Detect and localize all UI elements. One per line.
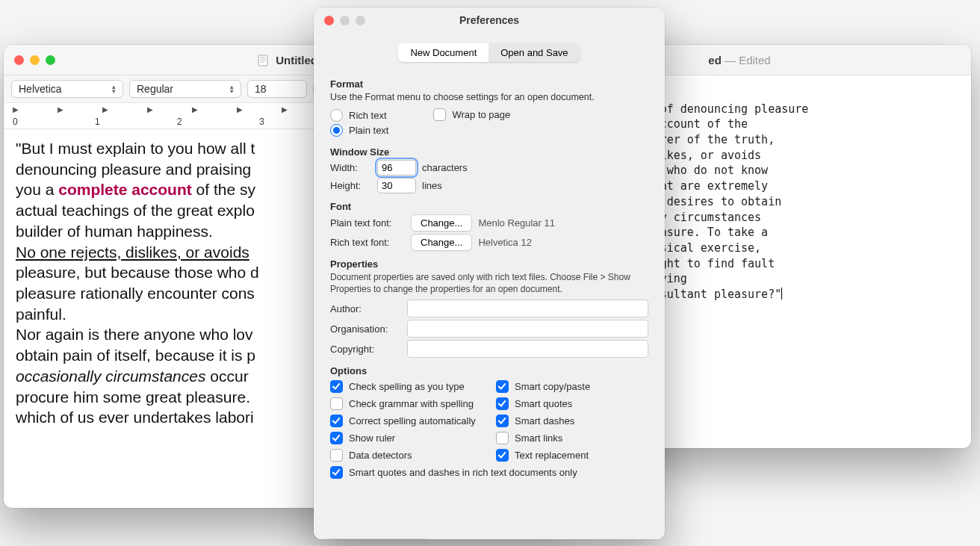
copyright-input[interactable] [407, 340, 648, 358]
height-label: Height: [330, 180, 371, 191]
radio-label: Plain text [349, 125, 388, 136]
checkbox-icon[interactable] [330, 380, 343, 393]
titlebar-preferences[interactable]: Preferences [314, 7, 665, 33]
checkbox-icon[interactable] [496, 397, 509, 410]
checkbox-smart-quotes[interactable]: Smart quotes [496, 397, 648, 410]
rich-font-value: Helvetica 12 [478, 237, 532, 248]
window-title-text: Untitled [276, 54, 317, 66]
checkbox-icon[interactable] [330, 432, 343, 444]
author-input[interactable] [407, 300, 648, 317]
copyright-label: Copyright: [330, 344, 401, 355]
tab-stop-icon[interactable]: ▶ [58, 105, 63, 114]
section-head-properties: Properties [330, 258, 648, 270]
window-title-text-suffix: ed [708, 54, 722, 66]
section-head-font: Font [330, 201, 648, 212]
change-rich-font-button[interactable]: Change... [411, 234, 472, 251]
width-unit: characters [422, 162, 468, 173]
radio-row-plain-text[interactable]: Plain text [330, 124, 388, 137]
tab-stop-icon[interactable]: ▶ [13, 105, 19, 114]
chevron-updown-icon: ▴▾ [112, 84, 116, 93]
tab-new-document[interactable]: New Document [398, 43, 489, 62]
checkbox-icon[interactable] [496, 380, 509, 393]
height-input[interactable] [377, 178, 416, 193]
ruler-label: 1 [95, 117, 100, 127]
text-cursor [781, 288, 782, 300]
section-head-window-size: Window Size [330, 146, 648, 158]
underlined-text: No one rejects, dislikes, or avoids [16, 243, 249, 261]
checkbox-smart-dashes[interactable]: Smart dashes [496, 415, 648, 427]
highlighted-text: complete account [58, 181, 192, 198]
change-plain-font-button[interactable]: Change... [411, 214, 472, 232]
restore-defaults-button[interactable]: Restore All Defaults [324, 539, 429, 539]
checkbox-icon[interactable] [330, 397, 343, 410]
italic-text: occasionally circumstances [16, 367, 205, 385]
radio-label: Rich text [349, 110, 387, 121]
options-grid: Check spelling as you type Smart copy/pa… [330, 379, 648, 480]
properties-description: Document properties are saved only with … [330, 272, 648, 295]
radio-icon[interactable] [330, 109, 343, 122]
checkbox-icon[interactable] [330, 449, 343, 462]
checkbox-icon[interactable] [496, 415, 509, 427]
preferences-footer: Restore All Defaults [314, 531, 665, 539]
checkbox-icon[interactable] [496, 432, 509, 444]
font-style-value: Regular [137, 83, 173, 95]
chevron-updown-icon: ▴▾ [230, 84, 234, 93]
checkbox-smart-copy-paste[interactable]: Smart copy/paste [496, 380, 648, 393]
checkbox-smart-links[interactable]: Smart links [496, 432, 648, 444]
checkbox-icon[interactable] [433, 108, 446, 121]
ruler-label: 2 [177, 117, 182, 127]
checkbox-smart-quotes-rich-only[interactable]: Smart quotes and dashes in rich text doc… [330, 466, 648, 479]
organisation-label: Organisation: [330, 323, 401, 335]
checkbox-icon[interactable] [496, 449, 509, 462]
width-label: Width: [330, 162, 371, 173]
edited-indicator: Edited [739, 54, 771, 66]
tab-stop-icon[interactable]: ▶ [192, 105, 198, 114]
checkbox-label: Wrap to page [452, 109, 510, 120]
format-description: Use the Format menu to choose settings f… [330, 92, 648, 102]
document-icon [258, 55, 268, 66]
height-unit: lines [422, 180, 442, 191]
ruler-label: 3 [259, 117, 264, 127]
preferences-title: Preferences [314, 14, 665, 26]
checkbox-text-replacement[interactable]: Text replacement [496, 449, 648, 462]
checkbox-check-grammar[interactable]: Check grammar with spelling [330, 397, 483, 410]
width-input[interactable] [377, 160, 416, 176]
checkbox-wrap-to-page[interactable]: Wrap to page [433, 108, 510, 121]
plain-font-label: Plain text font: [330, 217, 405, 229]
radio-icon[interactable] [330, 124, 343, 137]
section-head-options: Options [330, 365, 648, 376]
tab-segment: New Document Open and Save [314, 33, 665, 66]
checkbox-show-ruler[interactable]: Show ruler [330, 432, 483, 444]
checkbox-correct-spelling[interactable]: Correct spelling automatically [330, 415, 483, 427]
tab-open-and-save[interactable]: Open and Save [489, 43, 580, 62]
author-label: Author: [330, 303, 401, 314]
font-family-select[interactable]: Helvetica ▴▾ [11, 80, 123, 98]
font-size-value: 18 [255, 83, 267, 95]
checkbox-data-detectors[interactable]: Data detectors [330, 449, 483, 462]
svg-rect-0 [258, 55, 267, 66]
tab-stop-icon[interactable]: ▶ [282, 105, 288, 114]
ruler-label: 0 [13, 117, 18, 127]
organisation-input[interactable] [407, 320, 648, 338]
tab-stop-icon[interactable]: ▶ [102, 105, 108, 114]
font-size-select[interactable]: 18 [247, 80, 307, 98]
tab-stop-icon[interactable]: ▶ [237, 105, 243, 114]
rich-font-label: Rich text font: [330, 237, 405, 248]
tab-stop-icon[interactable]: ▶ [147, 105, 153, 114]
checkbox-icon[interactable] [330, 415, 343, 427]
checkbox-icon[interactable] [330, 466, 343, 479]
checkbox-check-spelling[interactable]: Check spelling as you type [330, 380, 483, 393]
preferences-window: Preferences New Document Open and Save F… [314, 7, 665, 539]
radio-row-rich-text[interactable]: Rich text [330, 109, 388, 122]
plain-font-value: Menlo Regular 11 [478, 217, 555, 229]
section-head-format: Format [330, 78, 648, 90]
font-family-value: Helvetica [19, 83, 62, 95]
font-style-select[interactable]: Regular ▴▾ [129, 80, 241, 98]
preferences-body: Format Use the Format menu to choose set… [314, 66, 665, 531]
